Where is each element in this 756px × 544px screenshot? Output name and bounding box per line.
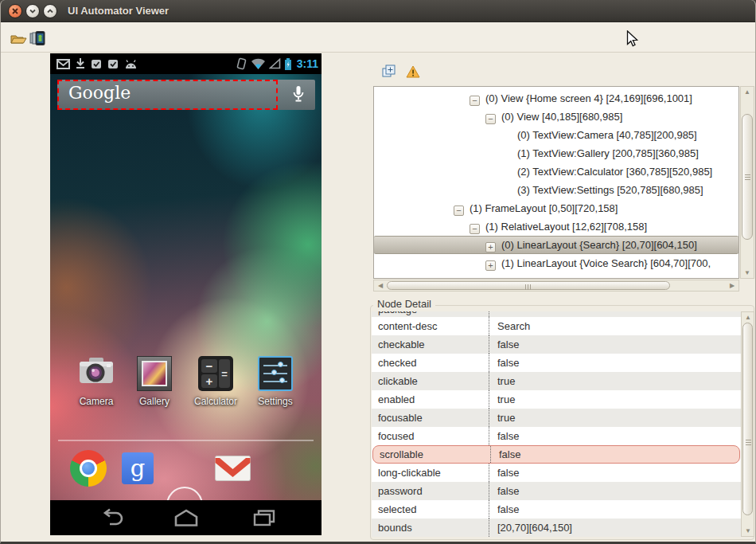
scroll-down-arrow[interactable]: ▼ — [742, 526, 754, 536]
wifi-icon — [251, 58, 266, 70]
scroll-up-arrow[interactable]: ▲ — [741, 87, 754, 97]
detail-row[interactable]: checkedfalse — [372, 354, 741, 372]
device-screenshot[interactable]: 3:11 Google — [50, 53, 321, 535]
rotation-icon — [236, 57, 247, 70]
node-detail-table[interactable]: package content-descSearch checkablefals… — [372, 311, 741, 537]
gallery-icon — [137, 356, 172, 391]
tree-node[interactable]: (2) LinearLayout [500,50][720,158] — [374, 272, 738, 279]
scroll-down-arrow[interactable]: ▼ — [741, 268, 754, 278]
detail-row[interactable]: selectedfalse — [372, 500, 741, 519]
tree-node-label: (0) TextView:Camera [40,785][200,985] — [517, 129, 697, 141]
tree-node[interactable]: (2) TextView:Calculator [360,785][520,98… — [374, 162, 738, 181]
tree-node[interactable]: −(0) View [40,185][680,985] — [374, 108, 738, 126]
device-screenshot-button[interactable] — [28, 29, 47, 48]
camera-icon — [78, 356, 115, 388]
app-window: UI Automator Viewer — [0, 0, 756, 544]
close-button[interactable] — [8, 4, 22, 18]
expand-all-button[interactable] — [382, 65, 396, 81]
detail-row-partial[interactable]: package — [372, 311, 741, 317]
scroll-up-arrow[interactable]: ▲ — [742, 312, 754, 323]
detail-row[interactable]: checkablefalse — [372, 335, 741, 354]
ui-hierarchy-tree[interactable]: −(0) View {Home screen 4} [24,169][696,1… — [373, 86, 739, 279]
android-debug-icon — [124, 59, 138, 69]
tree-node[interactable]: (0) TextView:Camera [40,785][200,985] — [374, 126, 738, 144]
dock-divider — [58, 440, 314, 441]
warning-button[interactable] — [406, 65, 420, 81]
status-time: 3:11 — [297, 57, 318, 70]
detail-key: clickable — [372, 372, 489, 390]
selected-node-highlight — [57, 80, 278, 110]
tree-node[interactable]: (1) TextView:Gallery [200,785][360,985] — [374, 144, 738, 162]
android-wallpaper: Google — [50, 74, 321, 500]
app-label: Gallery — [130, 396, 179, 407]
detail-row[interactable]: enabledtrue — [372, 390, 741, 409]
chevron-down-icon — [29, 8, 37, 14]
titlebar[interactable]: UI Automator Viewer — [1, 0, 755, 22]
tree-node-label: (1) TextView:Gallery [200,785][360,985] — [517, 147, 699, 159]
detail-key: content-desc — [372, 317, 489, 335]
maximize-button[interactable] — [43, 4, 57, 18]
detail-key: scrollable — [373, 446, 490, 463]
detail-row[interactable]: long-clickablefalse — [372, 464, 741, 482]
signal-icon — [269, 58, 281, 69]
collapse-toggle[interactable]: − — [470, 224, 480, 234]
app-camera: Camera — [72, 356, 121, 407]
collapse-toggle[interactable]: − — [485, 114, 496, 124]
tree-node-label: (1) FrameLayout [0,50][720,158] — [470, 202, 618, 214]
tree-node-label: (1) RelativeLayout [12,62][708,158] — [485, 221, 647, 233]
scroll-right-arrow[interactable]: ▶ — [726, 280, 738, 291]
detail-row[interactable]: bounds[20,70][604,150] — [372, 519, 741, 537]
warning-icon — [406, 65, 420, 78]
tree-vertical-scrollbar[interactable]: ▲ ▼ — [740, 86, 754, 279]
app-calculator: −+= Calculator — [191, 356, 240, 407]
scrollbar-thumb[interactable] — [742, 323, 753, 515]
open-folder-icon — [10, 33, 27, 45]
detail-row[interactable]: passwordfalse — [372, 482, 741, 500]
detail-vertical-scrollbar[interactable]: ▲ ▼ — [741, 311, 754, 537]
tree-node[interactable]: −(1) FrameLayout [0,50][720,158] — [374, 199, 738, 217]
scroll-left-arrow[interactable]: ◀ — [374, 280, 387, 291]
detail-value: false — [489, 427, 741, 445]
tree-horizontal-scrollbar[interactable]: ◀ ▶ — [373, 280, 739, 292]
google-search-icon: g — [122, 452, 154, 484]
detail-row[interactable]: clickabletrue — [372, 372, 741, 390]
detail-key: focusable — [372, 409, 489, 427]
tree-node-label: (2) LinearLayout [500,50][720,158] — [470, 276, 628, 279]
app-icon-row: Camera Gallery −+= Calculator Sett — [50, 356, 321, 431]
download-icon — [76, 58, 85, 69]
tree-node[interactable]: −(1) RelativeLayout [12,62][708,158] — [374, 217, 738, 236]
scrollbar-thumb[interactable] — [742, 114, 753, 240]
expand-toggle[interactable]: + — [485, 242, 496, 252]
detail-key: package — [378, 311, 489, 317]
detail-value: false — [489, 500, 741, 519]
expand-toggle[interactable]: + — [485, 260, 496, 271]
scrollbar-thumb[interactable] — [387, 281, 670, 290]
open-file-button[interactable] — [9, 29, 28, 48]
minimize-button[interactable] — [25, 4, 40, 18]
detail-value: true — [489, 409, 741, 427]
gmail-notification-icon — [57, 59, 70, 69]
close-icon — [11, 7, 19, 15]
tree-node-label: (0) View {Home screen 4} [24,169][696,10… — [485, 92, 692, 104]
android-nav-bar — [50, 500, 321, 535]
detail-row[interactable]: content-descSearch — [372, 317, 741, 335]
tree-node[interactable]: −(0) View {Home screen 4} [24,169][696,1… — [374, 89, 738, 108]
collapse-toggle[interactable]: − — [454, 205, 464, 216]
detail-value: false — [489, 354, 741, 372]
tree-node-label: (3) TextView:Settings [520,785][680,985] — [517, 184, 703, 196]
tree-node[interactable]: +(1) LinearLayout {Voice Search} [604,70… — [374, 254, 738, 272]
tree-node-selected[interactable]: +(0) LinearLayout {Search} [20,70][604,1… — [374, 236, 738, 254]
home-icon — [173, 508, 199, 527]
detail-row[interactable]: focusedfalse — [372, 427, 741, 445]
detail-key: checked — [372, 354, 489, 372]
detail-value: false — [489, 482, 741, 500]
expand-all-icon — [382, 65, 396, 78]
mic-icon — [292, 85, 305, 108]
tree-node-label: (1) LinearLayout {Voice Search} [604,70]… — [501, 257, 711, 269]
detail-row[interactable]: focusabletrue — [372, 409, 741, 427]
node-detail-title: Node Detail — [373, 298, 435, 310]
collapse-toggle[interactable]: − — [470, 96, 480, 106]
tree-node[interactable]: (3) TextView:Settings [520,785][680,985] — [374, 181, 738, 199]
detail-row-highlighted[interactable]: scrollablefalse — [372, 445, 740, 464]
gmail-icon — [215, 456, 251, 481]
